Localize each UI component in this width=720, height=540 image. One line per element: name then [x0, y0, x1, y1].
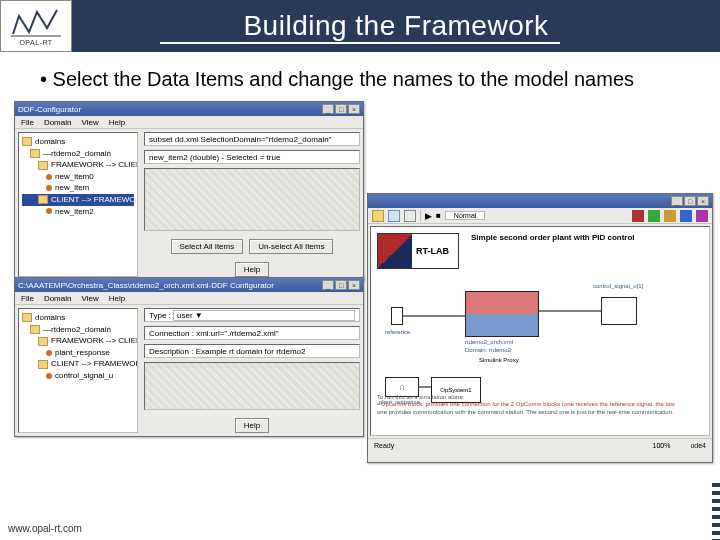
close-icon[interactable]: ×	[348, 104, 360, 114]
sink-block[interactable]	[601, 297, 637, 325]
stop-icon[interactable]: ■	[436, 211, 441, 220]
tool-icon[interactable]	[632, 210, 644, 222]
description-field[interactable]: Description : Example rt domain for rtde…	[144, 344, 360, 358]
menubar: File Domain View Help	[15, 292, 363, 305]
toolbar: ▶ ■ Normal	[368, 208, 712, 224]
domain-tree[interactable]: domains —rtdemo2_domain FRAMEWORK --> CL…	[18, 132, 138, 277]
ddf-configurator-window-2: C:\AAATEMP\Orchestra_Class\rtdemo2_orch.…	[14, 277, 364, 437]
connection-field[interactable]: Connection : xml:url="./rtdemo2.xml"	[144, 326, 360, 340]
window-title: DDF-Configurator	[18, 105, 322, 114]
slide-edge-decoration	[712, 483, 720, 540]
tree-item[interactable]: control_signal_u	[22, 370, 134, 382]
slide-header: OPAL-RT Building the Framework	[0, 0, 720, 52]
screenshot-area: DDF-Configurator _ □ × File Domain View …	[12, 101, 720, 501]
diagram-caption: Simple second order plant with PID contr…	[471, 233, 635, 242]
opal-rt-logo: OPAL-RT	[0, 0, 72, 52]
tree-item[interactable]: FRAMEWORK --> CLIENT	[22, 159, 134, 171]
tree-item[interactable]: plant_response	[22, 347, 134, 359]
menu-help[interactable]: Help	[109, 294, 125, 303]
close-icon[interactable]: ×	[697, 196, 709, 206]
proxy-block[interactable]	[465, 291, 539, 337]
block-label: rtdemo2_orch.xml	[465, 339, 513, 345]
status-pct: 100%	[653, 442, 671, 449]
type-select[interactable]: user ▼	[173, 310, 355, 321]
empty-area	[144, 168, 360, 231]
slide-title: Building the Framework	[72, 10, 720, 42]
item-field[interactable]: new_item2 (double) - Selected = true	[144, 150, 360, 164]
help-button[interactable]: Help	[235, 262, 269, 277]
ddf-configurator-window-1: DDF-Configurator _ □ × File Domain View …	[14, 101, 364, 281]
menu-view[interactable]: View	[81, 118, 98, 127]
status-bar: Ready 100% ode4	[368, 438, 712, 452]
tree-item[interactable]: new_item	[22, 182, 134, 194]
tree-item[interactable]: —rtdemo2_domain	[22, 324, 134, 336]
menu-file[interactable]: File	[21, 294, 34, 303]
menu-view[interactable]: View	[81, 294, 98, 303]
status-solver: ode4	[690, 442, 706, 449]
footnote: To run this as a simulation alone: • OpC…	[377, 394, 703, 417]
empty-area	[144, 362, 360, 410]
footer-url: www.opal-rt.com	[8, 523, 82, 534]
close-icon[interactable]: ×	[348, 280, 360, 290]
title-underline	[160, 42, 560, 44]
titlebar[interactable]: DDF-Configurator _ □ ×	[15, 102, 363, 116]
help-button[interactable]: Help	[235, 418, 269, 433]
tool-icon[interactable]	[664, 210, 676, 222]
tree-item[interactable]: new_item2	[22, 206, 134, 218]
window-title: C:\AAATEMP\Orchestra_Class\rtdemo2_orch.…	[18, 281, 322, 290]
print-icon[interactable]	[404, 210, 416, 222]
tree-item[interactable]: CLIENT --> FRAMEWORK	[22, 358, 134, 370]
simulink-window: _ □ × ▶ ■ Normal RT-LAB Simple second or…	[367, 193, 713, 463]
type-label: Type :	[149, 311, 171, 320]
tool-icon[interactable]	[680, 210, 692, 222]
tool-icon[interactable]	[648, 210, 660, 222]
tree-item-selected[interactable]: CLIENT --> FRAMEWORK	[22, 194, 134, 206]
menu-help[interactable]: Help	[109, 118, 125, 127]
tree-item[interactable]: —rtdemo2_domain	[22, 148, 134, 160]
minimize-icon[interactable]: _	[671, 196, 683, 206]
minimize-icon[interactable]: _	[322, 104, 334, 114]
source-block[interactable]	[391, 307, 403, 325]
model-canvas[interactable]: RT-LAB Simple second order plant with PI…	[370, 226, 710, 436]
unselect-all-button[interactable]: Un-select All Items	[249, 239, 333, 254]
play-icon[interactable]: ▶	[425, 211, 432, 221]
titlebar[interactable]: _ □ ×	[368, 194, 712, 208]
block-label: Domain: rtdemo2	[465, 347, 511, 353]
bullet-point: Select the Data Items and change the nam…	[40, 66, 690, 93]
tree-item[interactable]: new_item0	[22, 171, 134, 183]
menu-file[interactable]: File	[21, 118, 34, 127]
block-label: Simulink Proxy	[479, 357, 519, 363]
subset-field[interactable]: subset dd.xml SelectionDomain="rtdemo2_d…	[144, 132, 360, 146]
tree-item[interactable]: domains	[22, 312, 134, 324]
menu-domain[interactable]: Domain	[44, 294, 72, 303]
status-ready: Ready	[374, 442, 394, 449]
chevron-down-icon: ▼	[195, 311, 203, 320]
save-icon[interactable]	[388, 210, 400, 222]
block-label: control_signal_u[1]	[593, 283, 643, 289]
menu-domain[interactable]: Domain	[44, 118, 72, 127]
maximize-icon[interactable]: □	[335, 104, 347, 114]
select-all-button[interactable]: Select All Items	[171, 239, 244, 254]
maximize-icon[interactable]: □	[335, 280, 347, 290]
logo-label: OPAL-RT	[19, 39, 52, 46]
minimize-icon[interactable]: _	[322, 280, 334, 290]
maximize-icon[interactable]: □	[684, 196, 696, 206]
rtlab-logo: RT-LAB	[377, 233, 459, 269]
time-field[interactable]: Normal	[445, 211, 486, 220]
type-row: Type : user ▼	[144, 308, 360, 322]
domain-tree[interactable]: domains —rtdemo2_domain FRAMEWORK --> CL…	[18, 308, 138, 433]
open-icon[interactable]	[372, 210, 384, 222]
tool-icon[interactable]	[696, 210, 708, 222]
tree-item[interactable]: domains	[22, 136, 134, 148]
menubar: File Domain View Help	[15, 116, 363, 129]
tree-item[interactable]: FRAMEWORK --> CLIENT	[22, 335, 134, 347]
block-label: reference	[385, 329, 410, 335]
titlebar[interactable]: C:\AAATEMP\Orchestra_Class\rtdemo2_orch.…	[15, 278, 363, 292]
